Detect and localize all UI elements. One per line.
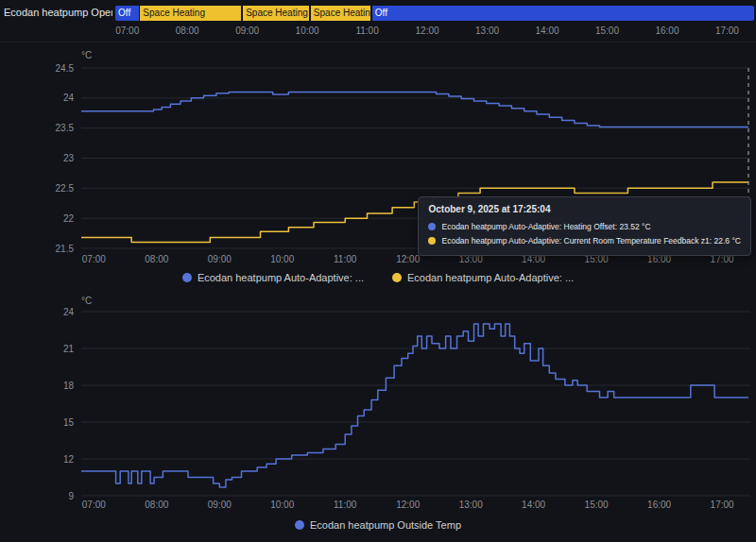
legend-dot-icon — [182, 273, 192, 282]
timeline-segment-space-heating[interactable]: Space Heating — [140, 6, 241, 21]
tooltip-rows: Ecodan heatpump Auto-Adaptive: Heating O… — [428, 219, 741, 247]
timeline-tick-label: 08:00 — [176, 25, 199, 36]
tooltip-timestamp: October 9, 2025 at 17:25:04 — [428, 204, 741, 214]
x-tick-label: 08:00 — [145, 500, 168, 510]
legend-item[interactable]: Ecodan heatpump Auto-Adaptive: ... — [392, 272, 574, 283]
y-tick-label: 21 — [63, 344, 75, 354]
auto-adaptive-temperature-chart: 24.52423.52322.52221.507:0008:0009:0010:… — [0, 42, 756, 295]
legend-label: Ecodan heatpump Auto-Adaptive: ... — [407, 272, 574, 283]
x-tick-label: 09:00 — [208, 500, 232, 510]
x-tick-label: 11:00 — [334, 254, 357, 264]
y-tick-label: 9 — [68, 491, 74, 501]
outside-temp-chart-legend: Ecodan heatpump Outside Temp — [0, 519, 756, 531]
y-tick-label: 23.5 — [56, 123, 75, 133]
timeline-tick-label: 14:00 — [535, 25, 558, 36]
tooltip-row-text: Ecodan heatpump Auto-Adaptive: Heating O… — [441, 222, 650, 231]
timeline-time-axis: 07:0008:0009:0010:0011:0012:0013:0014:00… — [115, 25, 754, 38]
timeline-segment-off[interactable]: Off — [115, 6, 139, 21]
timeline-segment-space-heating[interactable]: Space Heating — [311, 6, 370, 21]
timeline-segment-off[interactable]: Off — [372, 6, 754, 21]
legend-dot-icon — [392, 273, 402, 282]
y-tick-label: 24 — [63, 93, 75, 103]
x-tick-label: 16:00 — [647, 500, 671, 510]
timeline-tick-label: 13:00 — [475, 25, 499, 36]
timeline-segment-space-heating[interactable]: Space Heating — [243, 6, 309, 21]
state-timeline-card: Ecodan heatpump Operation Mo... OffSpace… — [0, 0, 756, 42]
x-tick-label: 09:00 — [208, 254, 232, 264]
x-tick-label: 14:00 — [522, 500, 545, 510]
outside-temperature-chart: 2421181512907:0008:0009:0010:0011:0012:0… — [0, 295, 756, 542]
x-tick-label: 12:00 — [396, 500, 420, 510]
legend-label: Ecodan heatpump Outside Temp — [310, 519, 461, 531]
chart-tooltip: October 9, 2025 at 17:25:04 Ecodan heatp… — [418, 196, 751, 256]
x-tick-label: 11:00 — [334, 500, 357, 510]
y-tick-label: 12 — [63, 454, 75, 465]
timeline-tick-label: 12:00 — [416, 25, 439, 36]
tooltip-row: Ecodan heatpump Auto-Adaptive: Heating O… — [428, 219, 741, 233]
unit-label: °C — [81, 50, 92, 60]
timeline-entity-label[interactable]: Ecodan heatpump Operation Mo... — [4, 7, 112, 18]
timeline-tick-label: 17:00 — [715, 25, 739, 36]
y-tick-label: 22 — [63, 213, 75, 224]
y-tick-label: 15 — [63, 417, 75, 428]
y-tick-label: 24.5 — [56, 63, 75, 74]
timeline-tick-label: 16:00 — [655, 25, 679, 36]
x-tick-label: 13:00 — [459, 500, 483, 510]
tooltip-row: Ecodan heatpump Auto-Adaptive: Current R… — [428, 233, 741, 247]
y-tick-label: 22.5 — [56, 183, 75, 194]
x-tick-label: 07:00 — [82, 500, 106, 510]
legend-item[interactable]: Ecodan heatpump Outside Temp — [295, 519, 461, 531]
auto-adaptive-chart-canvas[interactable]: 24.52423.52322.52221.507:0008:0009:0010:… — [0, 42, 756, 295]
y-tick-label: 21.5 — [56, 244, 75, 254]
x-tick-label: 08:00 — [145, 254, 168, 264]
timeline-tick-label: 11:00 — [355, 25, 378, 36]
x-tick-label: 17:00 — [711, 500, 734, 510]
timeline-tick-label: 10:00 — [296, 25, 319, 36]
x-tick-label: 12:00 — [396, 254, 420, 264]
timeline-tick-label: 09:00 — [235, 25, 259, 36]
legend-dot-icon — [295, 520, 304, 530]
auto-adaptive-chart-legend: Ecodan heatpump Auto-Adaptive: ...Ecodan… — [0, 272, 756, 283]
y-tick-label: 18 — [63, 381, 75, 391]
y-tick-label: 24 — [63, 307, 75, 317]
legend-label: Ecodan heatpump Auto-Adaptive: ... — [198, 272, 364, 283]
unit-label: °C — [81, 296, 92, 306]
x-tick-label: 10:00 — [270, 500, 294, 510]
x-tick-label: 07:00 — [82, 254, 106, 264]
x-tick-label: 10:00 — [270, 254, 294, 264]
tooltip-dot-icon — [428, 237, 436, 245]
legend-item[interactable]: Ecodan heatpump Auto-Adaptive: ... — [182, 272, 364, 283]
outside-temp-chart-canvas[interactable]: 2421181512907:0008:0009:0010:0011:0012:0… — [0, 295, 756, 542]
timeline-tick-label: 15:00 — [595, 25, 619, 36]
timeline-bar[interactable]: OffSpace HeatingSpace HeatingSpace Heati… — [115, 6, 754, 21]
tooltip-dot-icon — [428, 223, 436, 230]
series-line-0 — [81, 93, 748, 127]
y-tick-label: 23 — [63, 153, 75, 163]
tooltip-row-text: Ecodan heatpump Auto-Adaptive: Current R… — [441, 236, 741, 246]
timeline-tick-label: 07:00 — [115, 25, 139, 36]
x-tick-label: 15:00 — [585, 500, 609, 510]
